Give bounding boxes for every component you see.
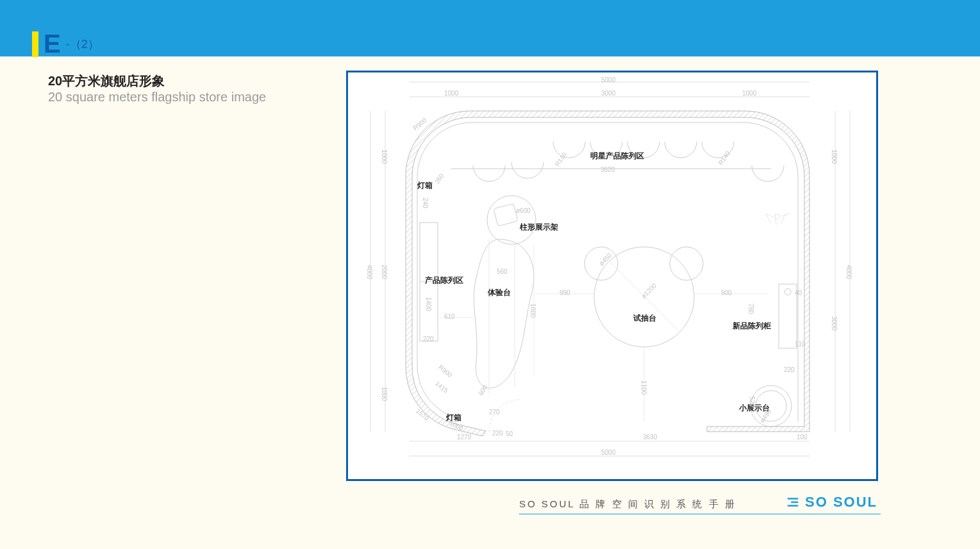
svg-point-21 <box>785 289 791 295</box>
label-new-cabinet: 新品陈列柜 <box>733 321 771 332</box>
dim-610: 610 <box>444 313 455 320</box>
dim-1000-l1: 1000 <box>381 149 388 164</box>
dim-3630: 3630 <box>643 434 657 441</box>
label-product-area: 产品陈列区 <box>425 275 463 286</box>
svg-point-18 <box>670 247 703 280</box>
brand-text: SO SOUL <box>805 494 877 511</box>
section-sub: -（2） <box>66 37 99 52</box>
dim-4000-r: 4000 <box>845 265 852 279</box>
dim-3820: 3820 <box>601 166 615 173</box>
dim-1000-tl: 1000 <box>444 90 458 97</box>
dim-4000-l: 4000 <box>366 265 373 279</box>
label-lightbox-top: 灯箱 <box>417 180 433 191</box>
dim-5000-top: 5000 <box>601 76 615 83</box>
footer-text: SO SOUL 品 牌 空 间 识 别 系 统 手 册 <box>519 498 736 511</box>
dim-110: 110 <box>795 341 806 348</box>
dim-270: 270 <box>489 409 500 416</box>
dim-1000-tr: 1000 <box>742 90 756 97</box>
header-band <box>0 0 980 56</box>
section-indicator: E -（2） <box>32 30 99 58</box>
dim-1400: 1400 <box>425 297 432 311</box>
dim-1270: 1270 <box>457 434 471 441</box>
label-trial: 试抽台 <box>633 313 656 324</box>
dim-520: 520 <box>749 396 756 407</box>
dim-560: 560 <box>497 268 508 275</box>
footer-rule <box>519 514 881 514</box>
label-star-display: 明星产品陈列区 <box>590 151 644 162</box>
dim-d600: ø600 <box>516 207 531 214</box>
svg-rect-20 <box>779 284 797 348</box>
dim-990: 990 <box>560 289 570 296</box>
dim-40: 40 <box>795 289 802 296</box>
dim-50: 50 <box>506 430 513 437</box>
dim-220a: 220 <box>423 335 434 342</box>
dim-1000-l2: 1000 <box>381 387 388 401</box>
dim-3000-r: 3000 <box>831 316 838 330</box>
dim-3000: 3000 <box>601 90 615 97</box>
dim-780: 780 <box>747 303 754 314</box>
dim-220c: 220 <box>492 430 503 437</box>
label-experience: 体验台 <box>488 287 511 298</box>
dim-5000-bot: 5000 <box>601 449 615 456</box>
dim-100: 100 <box>797 434 808 441</box>
dim-1000-r1: 1000 <box>831 149 838 164</box>
dim-240: 240 <box>422 198 429 208</box>
brand-logo: SO SOUL <box>786 494 877 511</box>
svg-point-12 <box>487 196 536 244</box>
dim-1600: 1600 <box>529 303 536 317</box>
section-letter: E <box>44 30 61 58</box>
dim-220b: 220 <box>784 366 795 373</box>
svg-rect-13 <box>494 203 518 226</box>
page-title-en: 20 square meters flagship store image <box>48 90 266 105</box>
accent-mark <box>32 31 38 57</box>
brand-mark-icon <box>786 495 800 509</box>
label-column-rack: 柱形展示架 <box>520 222 558 233</box>
page-title-cn: 20平方米旗舰店形象 <box>48 72 165 90</box>
dim-900: 900 <box>721 289 732 296</box>
dim-2000: 2000 <box>381 265 388 279</box>
dim-1100: 1100 <box>640 380 647 394</box>
floorplan-drawing: 明星产品陈列区 灯箱 灯箱 柱形展示架 产品陈列区 体验台 试抽台 新品陈列柜 … <box>346 71 878 481</box>
